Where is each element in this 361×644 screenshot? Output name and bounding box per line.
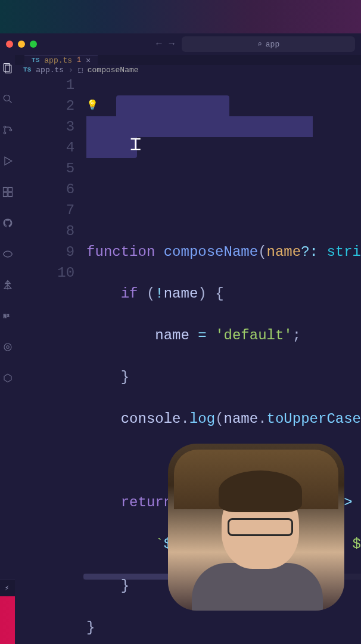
extensions-icon[interactable] [2, 186, 14, 198]
ts-file-icon: TS [32, 57, 39, 64]
svg-rect-10 [3, 193, 7, 197]
search-text: app [266, 40, 279, 49]
chevron-right-icon: › [69, 66, 73, 75]
debug-icon[interactable] [2, 155, 14, 167]
hex-icon[interactable] [2, 372, 14, 384]
breadcrumb-file: app.ts [36, 66, 64, 75]
text-selection [116, 95, 229, 116]
nav-arrows: ← → [156, 39, 175, 49]
svg-line-3 [9, 101, 11, 103]
svg-point-6 [10, 129, 11, 131]
svg-point-5 [4, 132, 5, 134]
lightbulb-icon[interactable]: 💡 [86, 95, 98, 116]
explorer-icon[interactable] [2, 62, 14, 74]
remote-indicator[interactable]: ⚡ [5, 584, 9, 593]
close-window-button[interactable] [6, 41, 13, 48]
svg-marker-7 [5, 157, 12, 165]
gear-icon[interactable] [2, 341, 14, 353]
text-cursor-icon: Ꮖ [130, 134, 141, 155]
github-icon[interactable] [2, 217, 14, 229]
svg-rect-8 [3, 188, 7, 192]
titlebar: ← → ⌕ app [0, 33, 361, 55]
nav-forward-icon[interactable]: → [169, 39, 175, 49]
tree-icon[interactable] [2, 279, 14, 291]
tab-filename: app.ts [44, 56, 72, 65]
svg-point-13 [6, 346, 9, 349]
svg-text:N²: N² [3, 314, 10, 320]
svg-rect-9 [8, 188, 12, 192]
search-activity-icon[interactable] [2, 93, 14, 105]
svg-marker-15 [4, 374, 11, 382]
command-center[interactable]: ⌕ app [182, 36, 355, 52]
misc-icon[interactable]: N² [2, 310, 14, 322]
text-selection [86, 137, 137, 158]
search-icon: ⌕ [257, 39, 262, 49]
maximize-window-button[interactable] [30, 41, 37, 48]
text-selection [86, 116, 313, 137]
svg-rect-11 [8, 193, 12, 197]
tab-app-ts[interactable]: TS app.ts 1 ✕ [24, 55, 98, 65]
symbol-icon: ⬚ [78, 65, 83, 75]
source-control-icon[interactable] [2, 124, 14, 136]
top-decoration [0, 0, 361, 33]
svg-point-14 [4, 343, 11, 351]
svg-point-4 [4, 126, 5, 128]
window-controls [6, 41, 37, 48]
git-lens-icon[interactable] [2, 248, 14, 260]
svg-point-2 [4, 95, 10, 101]
activity-bar: N² [0, 55, 15, 580]
remote-icon: ⚡ [5, 584, 9, 593]
close-tab-icon[interactable]: ✕ [86, 55, 91, 65]
minimize-window-button[interactable] [18, 41, 25, 48]
tab-problem-badge: 1 [77, 56, 81, 64]
breadcrumb[interactable]: TS app.ts › ⬚ composeName [15, 65, 361, 75]
nav-back-icon[interactable]: ← [156, 39, 162, 49]
webcam-overlay [168, 444, 344, 611]
tab-bar: TS app.ts 1 ✕ [15, 55, 361, 65]
line-numbers: 1 2 3 4 5 6 7 8 9 10 [15, 75, 86, 644]
breadcrumb-symbol: composeName [88, 66, 139, 75]
ts-file-icon: TS [23, 66, 31, 73]
